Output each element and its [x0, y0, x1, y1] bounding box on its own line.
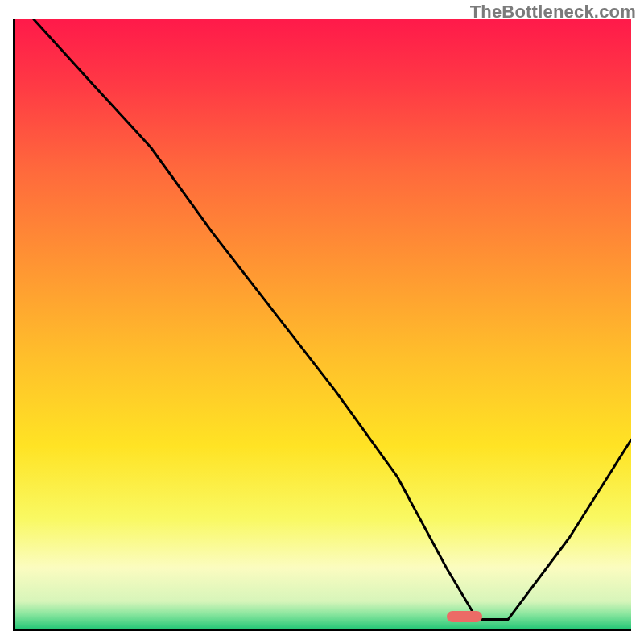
chart-container: TheBottleneck.com [0, 0, 644, 644]
chart-svg [15, 19, 631, 629]
optimal-marker [447, 611, 482, 622]
gradient-background [15, 19, 631, 629]
